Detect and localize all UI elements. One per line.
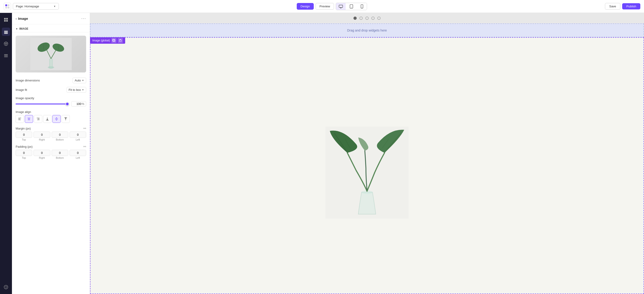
image-fit-row: Image fit Fit to box ▼ [12,85,90,95]
sidebar-item-list[interactable] [2,52,10,60]
topbar-left: Page: Homepage ▼ [4,3,59,10]
margin-bottom-field: Bottom [52,131,68,141]
canvas-image-widget[interactable]: Image (global) [90,37,644,294]
image-align-label: Image align [16,110,86,114]
device-buttons [336,3,367,10]
tablet-device-button[interactable] [346,3,356,10]
widget-delete-button[interactable] [118,38,123,43]
align-middle-button[interactable] [52,115,61,123]
slider-fill [16,103,69,104]
margin-label: Margin (px) [16,127,31,130]
padding-bottom-label: Bottom [56,157,64,159]
image-fit-select[interactable]: Fit to box ▼ [66,87,86,93]
canvas-dot-3[interactable] [366,17,368,20]
canvas-area: Drag and drop widgets here Image (global… [90,13,644,294]
image-dimensions-row: Image dimensions Auto ▼ [12,76,90,85]
svg-point-8 [362,7,362,8]
padding-top-label: Top [22,157,26,159]
margin-right-label: Right [39,138,45,141]
margin-left-field: Left [70,131,86,141]
padding-link-icon[interactable]: ⚯ [83,145,86,149]
sidebar-item-grid[interactable] [2,16,10,24]
section-title: IMAGE [19,27,28,30]
publish-button[interactable]: Publish [622,3,640,10]
slider-track [16,103,69,104]
page-selector[interactable]: Page: Homepage ▼ [13,3,59,10]
margin-section: Margin (px) ⚯ [16,126,86,130]
align-buttons [16,115,86,123]
margin-fields: Top Right Bottom Left [16,131,86,141]
svg-rect-20 [4,54,8,55]
section-toggle-icon[interactable]: ▼ [16,28,18,30]
image-dimensions-label: Image dimensions [16,79,71,82]
padding-top-input[interactable] [16,150,32,156]
image-opacity-row: Image opacity % [12,95,90,108]
margin-left-label: Left [76,138,80,141]
canvas-dot-4[interactable] [372,17,374,20]
margin-left-input[interactable] [70,131,86,138]
widget-copy-button[interactable] [112,38,116,43]
image-preview[interactable] [16,36,86,72]
image-fit-label: Image fit [16,88,65,92]
sidebar-item-question[interactable]: ? [2,283,10,291]
padding-left-field: Left [70,150,86,159]
svg-rect-12 [6,20,8,22]
widget-label-bar: Image (global) [90,37,125,44]
padding-right-label: Right [39,157,45,159]
align-right-button[interactable] [34,115,42,123]
save-button[interactable]: Save [605,3,620,10]
svg-point-18 [6,43,7,44]
drag-drop-zone: Drag and drop widgets here [90,24,644,37]
padding-bottom-field: Bottom [52,150,68,159]
margin-top-input[interactable] [16,131,32,138]
opacity-slider[interactable] [16,103,69,104]
svg-rect-0 [5,4,7,6]
sidebar-item-layers[interactable] [2,28,10,36]
desktop-device-button[interactable] [336,3,346,10]
svg-point-17 [5,43,6,44]
canvas-dot-2[interactable] [360,17,363,20]
image-fit-value: Fit to box [69,88,81,92]
svg-point-16 [4,42,8,46]
icon-sidebar: ? [0,13,12,294]
opacity-input-wrap: % [71,101,86,106]
svg-rect-4 [339,5,343,7]
opacity-input[interactable] [73,102,81,106]
back-button[interactable]: ‹ [16,17,17,21]
align-top-button[interactable] [62,115,70,123]
image-dimensions-select[interactable]: Auto ▼ [72,78,86,83]
svg-rect-2 [5,7,7,9]
svg-rect-13 [4,31,8,32]
padding-right-input[interactable] [34,150,50,156]
more-options-button[interactable]: ··· [81,16,86,21]
padding-bottom-input[interactable] [52,150,68,156]
topbar: Page: Homepage ▼ Design Preview Save Pub… [0,0,644,13]
canvas-dots [350,13,384,24]
canvas-plant-image [324,126,411,219]
main-layout: ? ‹ Image ··· ▼ IMAGE [0,13,644,294]
props-title: ‹ Image [16,17,28,21]
align-left-button[interactable] [16,115,24,123]
topbar-center: Design Preview [297,3,367,10]
mobile-device-button[interactable] [357,3,367,10]
align-bottom-button[interactable] [43,115,52,123]
margin-right-input[interactable] [34,131,50,138]
padding-left-input[interactable] [70,150,86,156]
topbar-right: Save Publish [605,3,640,10]
canvas-dot-5[interactable] [377,17,380,20]
preview-mode-button[interactable]: Preview [316,3,334,10]
margin-bottom-input[interactable] [52,131,68,138]
margin-link-icon[interactable]: ⚯ [83,126,86,130]
svg-text:?: ? [5,286,7,289]
dimensions-dropdown-icon: ▼ [82,79,84,82]
padding-section: Padding (px) ⚯ [16,145,86,149]
align-center-button[interactable] [25,115,33,123]
properties-panel: ‹ Image ··· ▼ IMAGE [12,13,90,294]
canvas-dot-1[interactable] [354,17,357,20]
design-mode-button[interactable]: Design [297,3,314,10]
page-selector-text: Page: Homepage [16,5,52,8]
svg-rect-49 [112,39,114,41]
padding-right-field: Right [34,150,50,159]
drag-drop-text: Drag and drop widgets here [347,29,387,32]
sidebar-item-palette[interactable] [2,40,10,48]
